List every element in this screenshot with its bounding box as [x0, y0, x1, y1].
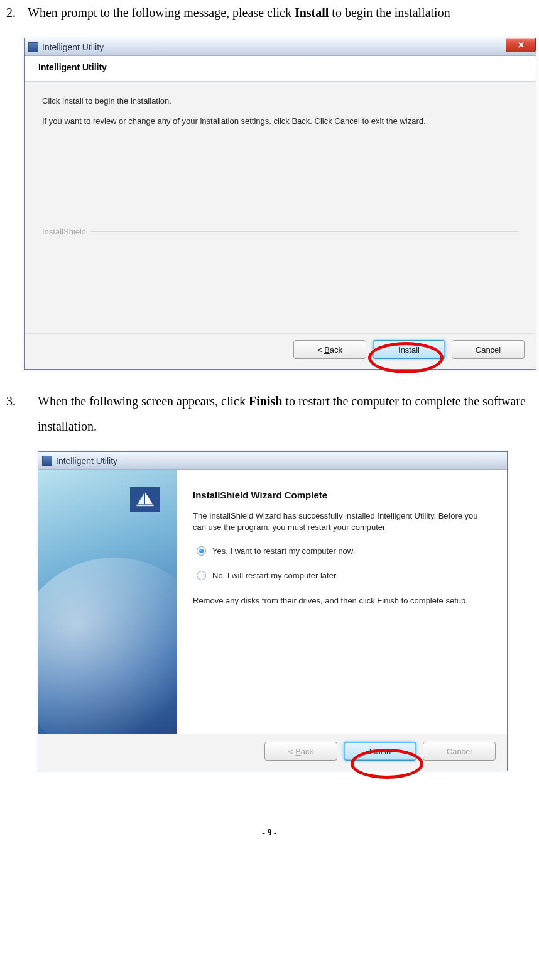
step-3: 3. When the following screen appears, cl…: [6, 388, 533, 439]
sailboat-icon: [134, 491, 156, 509]
install-button[interactable]: Install: [373, 340, 445, 359]
cancel-button-label: Cancel: [476, 345, 501, 355]
finish-button[interactable]: Finish: [344, 742, 416, 761]
installshield-logo: [130, 487, 160, 512]
step-3-number: 3.: [6, 388, 38, 439]
dialog-header-title: Intelligent Utility: [38, 62, 522, 72]
radio-restart-now[interactable]: Yes, I want to restart my computer now.: [197, 546, 491, 556]
content-line-2: If you want to review or change any of y…: [42, 116, 518, 127]
step-3-before: When the following screen appears, click: [38, 394, 249, 408]
window-title-2: Intelligent Utility: [56, 456, 117, 466]
split-content: InstallShield Wizard Complete The Instal…: [38, 470, 507, 734]
step-3-text: When the following screen appears, click…: [38, 388, 533, 439]
finish-dialog: Intelligent Utility InstallShield Wizard…: [38, 451, 508, 771]
back-button[interactable]: < Back: [293, 340, 366, 359]
installshield-label: InstallShield: [42, 227, 86, 236]
back-button-label: < Back: [317, 345, 342, 355]
step-3-bold: Finish: [249, 394, 282, 408]
install-dialog: Intelligent Utility ✕ Intelligent Utilit…: [24, 38, 536, 370]
back-button-2-label: < Back: [288, 747, 313, 756]
divider: [91, 231, 518, 232]
radio-yes-label: Yes, I want to restart my computer now.: [212, 546, 355, 556]
step-2-bold: Install: [295, 6, 329, 19]
back-button-2: < Back: [264, 742, 337, 761]
svg-marker-1: [138, 493, 144, 504]
finish-button-label: Finish: [369, 747, 391, 756]
radio-icon-checked: [197, 546, 206, 556]
complete-heading: InstallShield Wizard Complete: [193, 490, 491, 500]
wizard-side-image: [38, 470, 177, 734]
dialog-header: Intelligent Utility: [24, 56, 536, 82]
installshield-label-row: InstallShield: [42, 227, 518, 236]
page-number: - 9 -: [6, 828, 533, 838]
decorative-swoosh: [38, 542, 177, 734]
dialog-content: Click Install to begin the installation.…: [24, 82, 536, 333]
app-icon: [28, 42, 38, 52]
button-row: < Back Install Cancel: [24, 333, 536, 369]
install-button-label: Install: [398, 345, 420, 355]
titlebar: Intelligent Utility ✕: [24, 38, 536, 56]
radio-no-label: No, I will restart my computer later.: [212, 571, 338, 580]
step-2-number: 2.: [6, 0, 28, 25]
app-icon-2: [42, 456, 52, 466]
window-title: Intelligent Utility: [42, 42, 104, 52]
step-2-text: When prompt to the following message, pl…: [28, 0, 533, 25]
step-2-before: When prompt to the following message, pl…: [28, 6, 295, 19]
svg-rect-2: [136, 505, 153, 507]
close-icon: ✕: [518, 40, 525, 50]
step-2-after: to begin the installation: [329, 6, 450, 19]
complete-para2: Remove any disks from their drives, and …: [193, 595, 491, 607]
cancel-button-2-label: Cancel: [447, 747, 472, 756]
radio-restart-later[interactable]: No, I will restart my computer later.: [197, 571, 491, 580]
close-button[interactable]: ✕: [506, 38, 536, 52]
step-2: 2. When prompt to the following message,…: [6, 0, 533, 25]
content-line-1: Click Install to begin the installation.: [42, 96, 518, 107]
dialog-1-wrap: Intelligent Utility ✕ Intelligent Utilit…: [24, 38, 533, 370]
cancel-button-2: Cancel: [423, 742, 496, 761]
button-row-2: < Back Finish Cancel: [38, 734, 507, 771]
complete-para1: The InstallShield Wizard has successfull…: [193, 510, 491, 532]
titlebar-2: Intelligent Utility: [38, 452, 507, 470]
radio-icon-unchecked: [197, 571, 206, 580]
dialog-2-wrap: Intelligent Utility InstallShield Wizard…: [38, 451, 533, 771]
svg-marker-0: [145, 492, 153, 504]
cancel-button[interactable]: Cancel: [452, 340, 525, 359]
right-panel: InstallShield Wizard Complete The Instal…: [177, 470, 507, 734]
